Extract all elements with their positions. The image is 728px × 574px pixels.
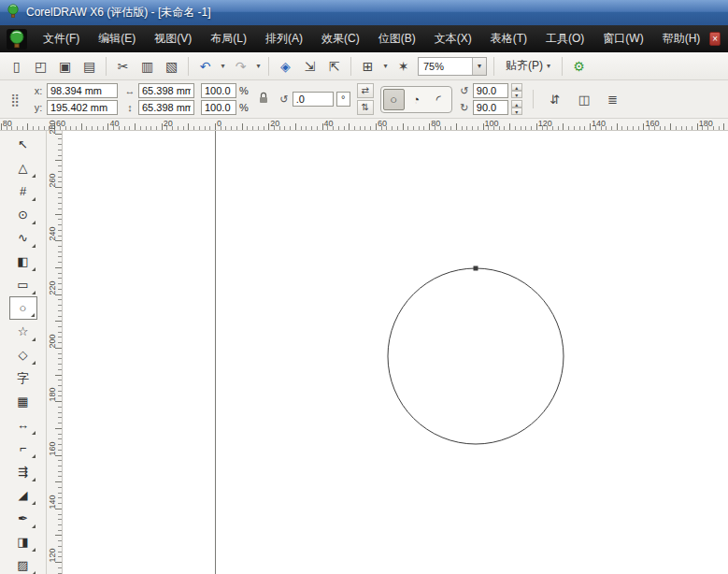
polygon-tool[interactable]: ☆ xyxy=(9,320,37,343)
freehand-tool[interactable]: ∿ xyxy=(9,226,37,250)
ellipse-mode-button[interactable]: ○ xyxy=(383,89,405,110)
connector-tool[interactable]: ⌐ xyxy=(9,437,37,460)
object-height-input[interactable] xyxy=(138,100,194,115)
mirror-horizontal-button[interactable]: ⇄ xyxy=(357,83,374,98)
blend-tool[interactable]: ⇶ xyxy=(9,460,37,483)
toolbar-separator xyxy=(562,57,563,76)
menu-item-effects[interactable]: 效果(C) xyxy=(312,25,369,52)
spin-down-icon[interactable]: ▾ xyxy=(511,108,522,115)
shape-tool[interactable]: △ xyxy=(9,156,37,179)
end-angle-input[interactable] xyxy=(473,100,508,115)
ruler-tick xyxy=(311,126,312,130)
application-launcher-button[interactable]: ⊞ xyxy=(356,55,379,78)
ruler-tick xyxy=(403,123,404,130)
object-origin-button[interactable]: ⣿ xyxy=(4,87,26,111)
ruler-label: 200 xyxy=(48,330,57,352)
ruler-tick xyxy=(58,417,62,418)
pie-mode-button[interactable]: ◔ xyxy=(406,89,427,110)
print-button[interactable]: ▤ xyxy=(78,55,101,78)
change-direction-button[interactable]: ⇵ xyxy=(544,88,566,110)
ruler-tick xyxy=(627,126,628,130)
snap-to-dropdown[interactable]: 贴齐(P) ▾ xyxy=(499,56,557,77)
close-document-button[interactable]: × xyxy=(709,32,721,46)
smart-fill-tool[interactable]: ◧ xyxy=(9,250,37,273)
canvas[interactable] xyxy=(63,131,728,574)
zoom-tool[interactable]: ⊙ xyxy=(9,203,37,226)
toolbox: ↖△#⊙∿◧▭○☆◇字▦↔⌐⇶◢✒◨▨ xyxy=(0,131,47,574)
redo-button[interactable]: ↷ xyxy=(229,55,252,78)
undo-button[interactable]: ↶ xyxy=(193,55,217,78)
ruler-tick xyxy=(58,310,62,311)
menu-item-edit[interactable]: 编辑(E) xyxy=(89,25,145,52)
new-document-button[interactable]: ▯ xyxy=(5,55,28,78)
menu-item-view[interactable]: 视图(V) xyxy=(145,25,201,52)
text-tool[interactable]: 字 xyxy=(9,366,37,390)
ellipse-shape[interactable] xyxy=(388,268,564,444)
spin-down-icon[interactable]: ▾ xyxy=(511,91,522,98)
menu-item-file[interactable]: 文件(F) xyxy=(34,25,89,52)
lock-ratio-button[interactable] xyxy=(255,83,272,115)
import-button[interactable]: ⇲ xyxy=(298,55,321,78)
save-button[interactable]: ▣ xyxy=(53,55,77,78)
pick-tool[interactable]: ↖ xyxy=(9,133,37,156)
chevron-down-icon[interactable]: ▾ xyxy=(472,58,486,75)
shape-node[interactable] xyxy=(474,266,478,271)
percent-label: % xyxy=(239,102,249,113)
crop-tool[interactable]: # xyxy=(9,179,37,203)
menu-item-text[interactable]: 文本(X) xyxy=(425,25,481,52)
fill-tool[interactable]: ◨ xyxy=(9,530,37,553)
menu-item-help[interactable]: 帮助(H) xyxy=(653,25,710,52)
ruler-tick xyxy=(55,160,62,161)
outline-width-button[interactable]: ≣ xyxy=(602,88,624,110)
menu-item-window[interactable]: 窗口(W) xyxy=(593,25,652,52)
copy-button[interactable]: ▥ xyxy=(136,55,159,78)
basic-shapes-tool[interactable]: ◇ xyxy=(9,343,37,366)
ruler-tick xyxy=(707,126,708,130)
menu-item-arrange[interactable]: 排列(A) xyxy=(256,25,312,52)
object-width-input[interactable] xyxy=(138,83,194,98)
rectangle-tool[interactable]: ▭ xyxy=(9,273,37,296)
eyedropper-tool[interactable]: ◢ xyxy=(9,483,37,507)
start-angle-input[interactable] xyxy=(473,83,508,98)
application-launcher-dropdown[interactable]: ▾ xyxy=(380,55,391,78)
ruler-tick xyxy=(247,126,248,130)
outline-pen-tool[interactable]: ✒ xyxy=(9,507,37,530)
options-gear-icon: ⚙ xyxy=(573,59,585,74)
welcome-screen-button[interactable]: ✶ xyxy=(392,55,415,78)
spin-up-icon[interactable]: ▴ xyxy=(511,83,522,91)
start-angle-spinner[interactable]: ▴ ▾ xyxy=(511,83,522,98)
redo-dropdown[interactable]: ▾ xyxy=(253,55,264,78)
table-tool[interactable]: ▦ xyxy=(9,390,37,413)
menu-item-layout[interactable]: 布局(L) xyxy=(201,25,256,52)
interactive-fill-tool[interactable]: ▨ xyxy=(9,553,37,574)
dimension-tool[interactable]: ↔ xyxy=(9,413,37,437)
search-content-button[interactable]: ◈ xyxy=(274,55,297,78)
y-position-input[interactable] xyxy=(47,100,118,115)
arc-mode-button[interactable]: ◜ xyxy=(428,89,450,110)
options-button[interactable]: ⚙ xyxy=(567,55,591,78)
menu-item-bitmaps[interactable]: 位图(B) xyxy=(369,25,425,52)
horizontal-ruler[interactable]: 80604020020406080100120140160180 xyxy=(0,119,728,131)
paste-button[interactable]: ▧ xyxy=(160,55,183,78)
ruler-tick xyxy=(55,535,62,536)
ellipse-tool[interactable]: ○ xyxy=(9,296,37,320)
rotation-angle-input[interactable] xyxy=(293,92,334,107)
vertical-ruler[interactable]: 120140160180200220240260280 xyxy=(47,131,63,574)
x-position-input[interactable] xyxy=(47,83,118,98)
undo-dropdown[interactable]: ▾ xyxy=(218,55,228,78)
menu-item-tools[interactable]: 工具(O) xyxy=(536,25,593,52)
scale-x-input[interactable] xyxy=(201,83,236,98)
ruler-tick xyxy=(466,126,467,130)
ruler-tick xyxy=(670,123,671,130)
spin-up-icon[interactable]: ▴ xyxy=(511,100,522,108)
export-button[interactable]: ⇱ xyxy=(322,55,346,78)
open-button[interactable]: ◰ xyxy=(29,55,52,78)
ellipse-icon: ○ xyxy=(390,93,397,107)
wrap-text-button[interactable]: ◫ xyxy=(573,88,595,110)
cut-button[interactable]: ✂ xyxy=(111,55,135,78)
menu-item-table[interactable]: 表格(T) xyxy=(481,25,536,52)
zoom-level-combo[interactable]: 75% ▾ xyxy=(418,57,487,76)
end-angle-spinner[interactable]: ▴ ▾ xyxy=(511,100,522,115)
mirror-vertical-button[interactable]: ⇅ xyxy=(357,100,374,115)
scale-y-input[interactable] xyxy=(201,100,236,115)
